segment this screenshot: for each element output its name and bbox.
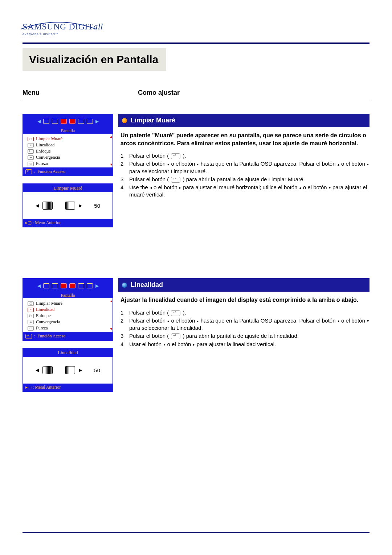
bullet-icon bbox=[122, 283, 127, 288]
bullet-icon bbox=[122, 118, 127, 123]
osd-menu-list: ▢Limpiar Muaré ≡Linealidad FhEnfoque ◂▸C… bbox=[23, 298, 113, 332]
menu-item-icon: ▢ bbox=[28, 301, 34, 306]
osd-tab-label: Pantalla bbox=[23, 128, 113, 134]
adjust-value: 50 bbox=[86, 367, 100, 373]
osd-icon[interactable] bbox=[87, 119, 93, 124]
increase-icon[interactable]: ▶ bbox=[79, 368, 82, 373]
osd-prev-menu[interactable]: ▸▢ : Menú Anterior bbox=[23, 219, 113, 227]
menu-item-icon: ▭ bbox=[28, 162, 34, 166]
nav-right-icon[interactable]: ▶ bbox=[95, 283, 99, 288]
osd-icon[interactable] bbox=[43, 119, 49, 124]
osd-menu-item[interactable]: ≡Linealidad bbox=[25, 307, 110, 313]
adjust-title: Linealidad bbox=[23, 349, 113, 357]
osd-icon[interactable] bbox=[61, 283, 67, 288]
osd-menu-item[interactable]: ▭Pureza bbox=[25, 161, 110, 167]
menu-item-icon: ▭ bbox=[28, 326, 34, 331]
osd-icon-selected[interactable] bbox=[69, 119, 75, 124]
moire-icon bbox=[42, 202, 53, 210]
increase-icon[interactable]: ▶ bbox=[79, 203, 82, 208]
osd-menu-item[interactable]: ◂▸Convergencia bbox=[25, 154, 110, 161]
osd-icon[interactable] bbox=[78, 119, 84, 124]
page-title: Visualización en Pantalla bbox=[29, 53, 158, 66]
moire-icon bbox=[65, 202, 75, 210]
osd-icon[interactable] bbox=[78, 283, 84, 288]
menu-item-icon: Fh bbox=[28, 314, 34, 318]
section-title: Limpiar Muaré bbox=[131, 117, 175, 124]
section-title: Linealidad bbox=[131, 281, 163, 289]
brand-tagline: everyone's invited™ bbox=[23, 32, 369, 36]
section-description: Un patente "Muaré" puede aparecer en su … bbox=[121, 131, 369, 147]
osd-menu-item[interactable]: FhEnfoque bbox=[25, 148, 110, 154]
section-description: Ajustar la linealidad cuando el imagen d… bbox=[121, 296, 369, 304]
adjust-body: ◀ ▶ 50 bbox=[23, 192, 113, 219]
osd-icon[interactable] bbox=[43, 283, 49, 288]
osd-panel: ◀ ▶ Pantalla ▢Limpiar Muaré ≡Linealidad … bbox=[23, 114, 113, 176]
nav-right-icon[interactable]: ▶ bbox=[95, 119, 99, 124]
osd-function-row: : Función Acceso bbox=[23, 332, 113, 340]
header-menu: Menu bbox=[23, 89, 138, 97]
osd-menu-item[interactable]: ▢Limpiar Muaré bbox=[25, 136, 110, 142]
osd-icon[interactable] bbox=[61, 119, 67, 124]
osd-function-row: : Función Acceso bbox=[23, 168, 113, 175]
page-title-box: Visualización en Pantalla bbox=[23, 48, 166, 71]
enter-icon bbox=[171, 153, 180, 159]
osd-panel: ◀ ▶ Pantalla ▢Limpiar Muaré ≡Linealidad … bbox=[23, 278, 113, 341]
menu-item-icon: ◂▸ bbox=[28, 320, 34, 324]
osd-scroll-indicator: ▲▼ bbox=[110, 135, 112, 166]
enter-icon bbox=[171, 177, 180, 183]
nav-left-icon[interactable]: ◀ bbox=[37, 119, 41, 124]
osd-icon-selected[interactable] bbox=[69, 283, 75, 288]
top-rule bbox=[23, 42, 369, 44]
menu-item-icon: ◂▸ bbox=[28, 155, 34, 160]
osd-menu-item[interactable]: ▢Limpiar Muaré bbox=[25, 300, 110, 307]
header-como: Como ajustar bbox=[138, 89, 180, 97]
menu-item-icon: ≡ bbox=[28, 308, 34, 312]
decrease-icon[interactable]: ◀ bbox=[36, 203, 39, 208]
osd-tab-label: Pantalla bbox=[23, 293, 113, 298]
osd-prev-menu[interactable]: ▸▢ : Menú Anterior bbox=[23, 384, 113, 391]
osd-icon[interactable] bbox=[87, 283, 93, 288]
enter-icon bbox=[171, 333, 180, 339]
linearity-icon bbox=[42, 366, 53, 374]
adjust-body: ◀ ▶ 50 bbox=[23, 357, 113, 384]
section-heading: Linealidad bbox=[118, 278, 369, 292]
osd-adjust-panel: Limpiar Muaré ◀ ▶ 50 ▸▢ : Menú Anterior bbox=[23, 183, 113, 227]
menu-item-icon: ≡ bbox=[28, 143, 34, 147]
osd-icon-bar: ◀ ▶ bbox=[23, 114, 113, 128]
adjust-value: 50 bbox=[86, 203, 100, 209]
section-steps-1: 1Pulsar el botón ( ).2Pulsar el botón ◂ … bbox=[121, 152, 369, 199]
menu-item-icon: Fh bbox=[28, 149, 34, 154]
bottom-rule bbox=[23, 532, 369, 533]
menu-item-icon: ▢ bbox=[28, 137, 34, 141]
column-headers: Menu Como ajustar bbox=[23, 89, 369, 97]
header-underline bbox=[23, 99, 369, 99]
osd-menu-item[interactable]: ▭Pureza bbox=[25, 325, 110, 331]
section-heading: Limpiar Muaré bbox=[118, 114, 369, 127]
adjust-title: Limpiar Muaré bbox=[23, 184, 113, 192]
enter-icon bbox=[25, 169, 32, 174]
osd-menu-list: ▢Limpiar Muaré ≡Linealidad FhEnfoque ◂▸C… bbox=[23, 134, 113, 168]
osd-adjust-panel: Linealidad ◀ ▶ 50 ▸▢ : Menú Anterior bbox=[23, 348, 113, 392]
enter-icon bbox=[25, 334, 32, 339]
brand-block: SAMSUNG DIGITall everyone's invited™ bbox=[23, 22, 369, 36]
enter-icon bbox=[171, 310, 180, 316]
brand-arc-icon bbox=[20, 18, 97, 31]
osd-menu-item[interactable]: FhEnfoque bbox=[25, 313, 110, 319]
osd-scroll-indicator: ▲▼ bbox=[110, 300, 112, 331]
nav-left-icon[interactable]: ◀ bbox=[37, 283, 41, 288]
osd-icon[interactable] bbox=[52, 283, 58, 288]
linearity-icon bbox=[65, 366, 75, 374]
osd-icon-bar: ◀ ▶ bbox=[23, 279, 113, 293]
osd-icon[interactable] bbox=[52, 119, 58, 124]
osd-menu-item[interactable]: ≡Linealidad bbox=[25, 142, 110, 148]
section-steps-2: 1Pulsar el botón ( ).2Pulsar el botón ◂ … bbox=[121, 309, 369, 349]
osd-menu-item[interactable]: ◂▸Convergencia bbox=[25, 319, 110, 325]
decrease-icon[interactable]: ◀ bbox=[36, 368, 39, 373]
